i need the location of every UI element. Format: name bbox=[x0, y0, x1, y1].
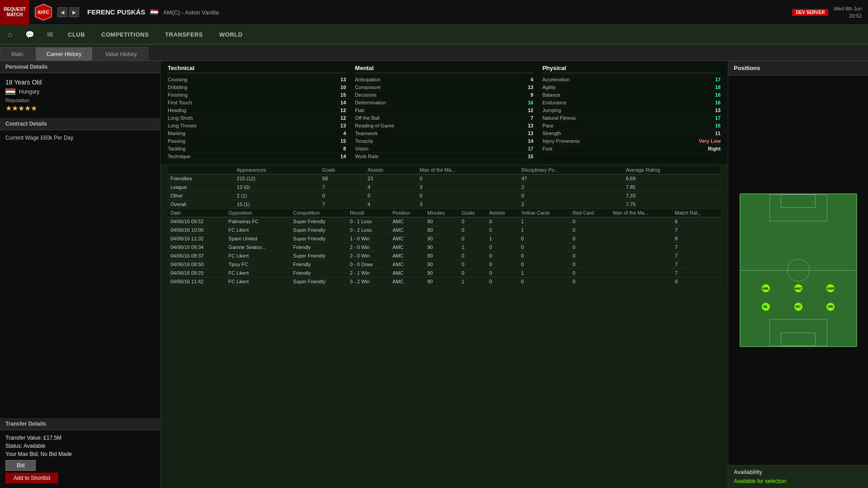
mh-goals-val: 0 bbox=[459, 226, 486, 235]
stat-row: Jumping13 bbox=[542, 107, 721, 114]
stat-name: Long Throws bbox=[168, 123, 196, 128]
mh-rating-val: 7 bbox=[672, 260, 721, 269]
nav-competitions[interactable]: COMPETITIONS bbox=[93, 24, 157, 44]
forward-button[interactable]: ▶ bbox=[69, 7, 79, 17]
mh-opp-val: FC Likert bbox=[226, 252, 290, 260]
transfer-status-label: Status: bbox=[5, 443, 22, 449]
main-content: Personal Details 18 Years Old Hungary Re… bbox=[0, 61, 868, 488]
match-history-row: 04/06/16 09:52 Palmeiras FC Super Friend… bbox=[168, 217, 721, 226]
home-icon[interactable]: ⌂ bbox=[0, 24, 20, 44]
mh-date-val: 04/06/16 09:52 bbox=[168, 217, 226, 226]
pitch: AML AMC AMR ML MC MR bbox=[740, 193, 857, 347]
stat-value: 18 bbox=[708, 84, 721, 90]
mh-red-val: 0 bbox=[570, 226, 610, 235]
col-assists: Assists bbox=[365, 166, 417, 174]
mh-mins-val: 90 bbox=[425, 269, 459, 277]
mh-result-val: 2 - 0 Win bbox=[347, 252, 390, 260]
mh-opp-val: FC Likert bbox=[226, 269, 290, 277]
request-match-button[interactable]: REQUESTMATCH bbox=[0, 0, 29, 25]
stat-row: Long Shots12 bbox=[168, 114, 346, 122]
transfer-value-label: Transfer Value: bbox=[5, 435, 42, 441]
mh-assists-val: 0 bbox=[486, 260, 518, 269]
stat-value: 16 bbox=[708, 92, 721, 98]
stat-name: Flair bbox=[355, 108, 364, 113]
stat-name: Foot bbox=[542, 146, 552, 151]
pos-mr: MR bbox=[826, 303, 835, 311]
physical-column: Physical Acceleration17Agility18Balance1… bbox=[542, 65, 721, 160]
mh-mins-val: 90 bbox=[425, 235, 459, 243]
add-shortlist-button[interactable]: Add to Shortlist bbox=[5, 473, 58, 483]
stat-name: Natural Fitness bbox=[542, 115, 576, 121]
mh-date-val: 04/06/16 11:42 bbox=[168, 277, 226, 286]
row-type: Other bbox=[168, 192, 234, 200]
stat-value: Very Low bbox=[699, 138, 721, 144]
stat-name: Decisions bbox=[355, 92, 377, 98]
mh-red-val: 0 bbox=[570, 243, 610, 252]
stat-value: 14 bbox=[521, 138, 533, 144]
mh-rating-val: 8 bbox=[672, 235, 721, 243]
stat-row: Finishing15 bbox=[168, 91, 346, 99]
mail-icon[interactable]: ✉ bbox=[40, 24, 60, 44]
pos-aml: AML bbox=[762, 284, 770, 292]
mh-motm: Man of the Ma... bbox=[610, 209, 672, 217]
stat-row: Teamwork13 bbox=[355, 130, 533, 137]
transfer-section: Transfer Value: £17.5M Status: Available… bbox=[0, 430, 160, 488]
stat-row: Decisions9 bbox=[355, 91, 533, 99]
mh-pos-val: AMC bbox=[390, 277, 425, 286]
mh-goals-val: 1 bbox=[459, 243, 486, 252]
mental-column: Mental Anticipation4Composure13Decisions… bbox=[355, 65, 533, 160]
mh-opp-val: Palmeiras FC bbox=[226, 217, 290, 226]
stat-row: Determination16 bbox=[355, 99, 533, 107]
availability-status: Available for selection bbox=[734, 478, 863, 484]
mh-goals-val: 0 bbox=[459, 217, 486, 226]
career-summary-row: Other 2 (1) 0 0 0 0 7.33 bbox=[168, 192, 721, 200]
mh-assists: Assists bbox=[486, 209, 518, 217]
mh-rating: Match Rat... bbox=[672, 209, 721, 217]
stat-name: Pace bbox=[542, 123, 554, 128]
pos-amc: AMC bbox=[794, 284, 802, 292]
mh-comp-val: Friendly bbox=[290, 269, 347, 277]
mh-goals-val: 0 bbox=[459, 235, 486, 243]
nav-transfers[interactable]: TRANSFERS bbox=[157, 24, 211, 44]
nationality-row: Hungary bbox=[5, 89, 155, 95]
tab-career-history[interactable]: Career History bbox=[35, 47, 93, 61]
stat-name: Work Rate bbox=[355, 154, 378, 159]
stat-value: 13 bbox=[521, 131, 533, 136]
mh-date-val: 04/06/16 08:37 bbox=[168, 252, 226, 260]
player-age: 18 Years Old bbox=[5, 79, 155, 86]
mh-pos-val: AMC bbox=[390, 260, 425, 269]
col-motm: Man of the Ma... bbox=[417, 166, 519, 174]
mh-motm-val bbox=[610, 269, 672, 277]
tab-main[interactable]: Main bbox=[0, 47, 34, 61]
stat-value: 16 bbox=[708, 100, 721, 105]
stat-row: Balance16 bbox=[542, 91, 721, 99]
match-history-row: 04/06/16 10:00 FC Likert Super Friendly … bbox=[168, 226, 721, 235]
mh-yellow-val: 1 bbox=[519, 269, 570, 277]
mh-motm-val bbox=[610, 277, 672, 286]
stat-row: Heading12 bbox=[168, 107, 346, 114]
mh-result-val: 3 - 2 Win bbox=[347, 277, 390, 286]
nav-club[interactable]: CLUB bbox=[60, 24, 93, 44]
transfer-status: Available bbox=[24, 443, 45, 449]
stat-value: 17 bbox=[708, 115, 721, 121]
stat-row: Tackling8 bbox=[168, 145, 346, 153]
mh-assists-val: 0 bbox=[486, 252, 518, 260]
career-summary-section: Appearances Goals Assists Man of the Ma.… bbox=[160, 164, 728, 209]
stat-value: 13 bbox=[521, 123, 533, 128]
bid-button[interactable]: Bid bbox=[5, 460, 36, 471]
mh-date-val: 04/06/16 11:32 bbox=[168, 235, 226, 243]
mh-goals-val: 1 bbox=[459, 277, 486, 286]
player-title: FERENC PUSKÁS 🇭🇺 AM(C) - Aston Vanilla bbox=[84, 8, 792, 16]
mental-header: Mental bbox=[355, 65, 533, 73]
max-bid-label: Your Max Bid: bbox=[5, 451, 39, 457]
physical-stats: Acceleration17Agility18Balance16Enduranc… bbox=[542, 76, 721, 153]
stat-name: Vision bbox=[355, 146, 368, 151]
chat-icon[interactable]: 💬 bbox=[20, 24, 40, 44]
back-button[interactable]: ◀ bbox=[57, 7, 67, 17]
availability-section: Availability Available for selection bbox=[728, 465, 868, 488]
stat-row: Anticipation4 bbox=[355, 76, 533, 84]
stat-row: Pace16 bbox=[542, 122, 721, 130]
player-role: AM(C) - Aston Vanilla bbox=[163, 9, 219, 16]
nav-world[interactable]: WORLD bbox=[211, 24, 251, 44]
tab-value-history[interactable]: Value History bbox=[94, 47, 148, 61]
